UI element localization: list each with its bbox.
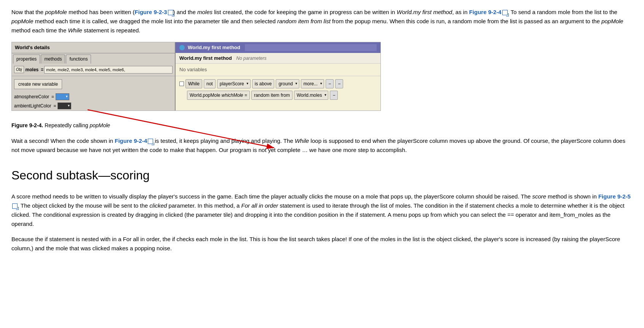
ambient-equals: = bbox=[53, 102, 56, 109]
while-checkbox[interactable] bbox=[179, 82, 184, 86]
ambient-color-btn[interactable]: ▼ bbox=[58, 102, 71, 109]
while-keyword: While bbox=[185, 79, 202, 88]
while-minus-1[interactable]: − bbox=[326, 79, 334, 88]
intro-paragraph: Now that the popMole method has been wri… bbox=[11, 8, 633, 35]
moles-row: Obj moles = mole, mole2, mole3, mole4, m… bbox=[12, 64, 175, 77]
body-paragraph-1: Wait a second! When the code shown in Fi… bbox=[11, 136, 633, 155]
world-method-italic: World.my first method bbox=[397, 9, 452, 15]
whichMole-italic: whichMole bbox=[222, 93, 243, 98]
random-item-italic: random item from list bbox=[277, 18, 331, 24]
body-paragraph-3: Because the if statement is nested with … bbox=[11, 235, 633, 253]
figure-9-2-5-link[interactable]: Figure 9-2-5 bbox=[598, 193, 631, 200]
figure-link-icon-4 bbox=[12, 203, 18, 209]
no-vars-label: No variables bbox=[176, 64, 380, 76]
world-moles-dropdown[interactable]: World.moles bbox=[294, 91, 328, 100]
popmole-equals: = bbox=[244, 93, 247, 98]
atmosphere-equals: = bbox=[51, 93, 54, 100]
atmosphere-color-row: atmosphereColor = ▼ bbox=[12, 92, 175, 101]
not-block: not bbox=[204, 79, 216, 88]
figure-label: Figure 9-2-4. bbox=[11, 122, 43, 128]
tabs-row: properties methods functions bbox=[12, 53, 175, 64]
tab-properties[interactable]: properties bbox=[13, 54, 40, 64]
figure-9-2-4: World's details properties methods funct… bbox=[11, 42, 381, 116]
no-params: No parameters bbox=[236, 56, 266, 61]
tab-functions[interactable]: functions bbox=[66, 54, 91, 64]
figure-9-2-4-link-2[interactable]: Figure 9-2-4 bbox=[115, 138, 147, 144]
world-popmole-label: World.popMole bbox=[190, 93, 220, 98]
while-minus-2[interactable]: − bbox=[335, 79, 343, 88]
create-var-btn[interactable]: create new variable bbox=[14, 79, 62, 89]
score-italic: score bbox=[532, 193, 546, 200]
world-popMole-block: World.popMole whichMole = bbox=[187, 91, 250, 100]
obj-badge: Obj bbox=[14, 66, 24, 73]
moles-label: moles bbox=[26, 66, 39, 73]
body-paragraph-2: A score method needs to be written to vi… bbox=[11, 192, 633, 229]
method-header-title: World.my first method bbox=[188, 44, 240, 51]
while-row: While not playerScore is above ground mo… bbox=[179, 79, 377, 88]
moles-value: mole, mole2, mole3, mole4, mole5, mole6, bbox=[44, 66, 173, 74]
random-item-from-block: random item from bbox=[251, 91, 292, 100]
playerScore-dropdown[interactable]: playerScore bbox=[217, 79, 251, 88]
section-heading: Second subtask—scoring bbox=[11, 166, 633, 184]
method-subtitle: World.my first method bbox=[179, 55, 232, 61]
atmosphere-color-btn[interactable]: ▼ bbox=[56, 93, 69, 100]
figure-caption-text: Repeatedly calling bbox=[43, 122, 89, 128]
popMole-row: World.popMole whichMole = random item fr… bbox=[187, 91, 377, 100]
equals-sign: = bbox=[41, 66, 43, 73]
world-details-panel: World's details properties methods funct… bbox=[12, 42, 176, 110]
is-above-block: is above bbox=[252, 79, 275, 88]
method-circle-icon bbox=[179, 45, 185, 50]
tab-methods[interactable]: methods bbox=[41, 54, 65, 64]
panel-title: World's details bbox=[12, 42, 175, 53]
for-all-italic: For all in order bbox=[241, 202, 278, 209]
figure-9-2-3-link[interactable]: Figure 9-2-3 bbox=[135, 9, 167, 15]
method-title-bar: World.my first method No parameters bbox=[176, 53, 380, 64]
method-header: World.my first method bbox=[176, 42, 380, 53]
method-panel: World.my first method World.my first met… bbox=[176, 42, 380, 110]
ground-dropdown[interactable]: ground bbox=[276, 79, 299, 88]
figure-container: World's details properties methods funct… bbox=[11, 42, 381, 111]
ambient-light-label: ambientLightColor bbox=[14, 102, 51, 109]
ambient-light-row: ambientLightColor = ▼ bbox=[12, 101, 175, 110]
figure-link-icon-2 bbox=[502, 10, 508, 15]
atmosphere-color-label: atmosphereColor bbox=[14, 93, 49, 100]
while-italic-2: While bbox=[295, 138, 309, 144]
moles-italic: moles bbox=[197, 9, 213, 15]
popmole-minus[interactable]: − bbox=[330, 91, 338, 100]
figure-9-2-4-link[interactable]: Figure 9-2-4 bbox=[469, 9, 502, 15]
figure-link-icon-1 bbox=[168, 10, 173, 15]
while-italic-1: While bbox=[68, 27, 82, 34]
ambient-dropdown-arrow: ▼ bbox=[67, 104, 70, 108]
popMole-italic-3: popMole bbox=[601, 18, 623, 24]
atmosphere-dropdown-arrow: ▼ bbox=[65, 94, 68, 99]
figure-caption: Figure 9-2-4. Repeatedly calling popMole bbox=[11, 119, 633, 130]
while-container: While not playerScore is above ground mo… bbox=[176, 76, 380, 103]
popMole-italic-2: popMole bbox=[11, 18, 34, 24]
clicked-italic: clicked bbox=[150, 202, 167, 209]
popMole-italic-1: popMole bbox=[45, 9, 67, 15]
figure-caption-method: popMole bbox=[89, 122, 110, 128]
figure-link-icon-3 bbox=[148, 139, 153, 144]
more-dropdown[interactable]: more... bbox=[301, 79, 324, 88]
